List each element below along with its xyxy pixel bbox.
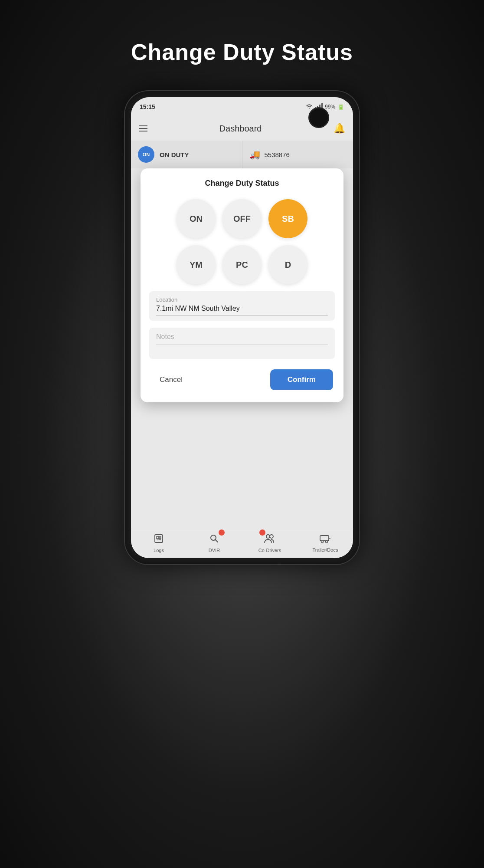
nav-item-trailer-docs[interactable]: Trailer/Docs xyxy=(298,534,353,552)
logs-label: Logs xyxy=(154,548,164,553)
truck-icon: 🚚 xyxy=(249,149,260,160)
trailer-icon xyxy=(319,534,331,546)
status-strip: ON ON DUTY 🚚 5538876 xyxy=(131,141,353,168)
nav-item-codrivers[interactable]: Co-Drivers xyxy=(242,533,298,553)
truck-id-area: 🚚 5538876 xyxy=(242,141,353,168)
battery-icon: 🔋 xyxy=(337,104,344,110)
notes-placeholder[interactable]: Notes xyxy=(156,333,328,345)
sleeper-berth-button[interactable]: SB xyxy=(268,199,307,238)
status-buttons-row1: ON OFF SB xyxy=(149,199,335,238)
driving-button[interactable]: D xyxy=(268,245,307,284)
codrivers-label: Co-Drivers xyxy=(258,548,281,553)
location-label: Location xyxy=(156,296,328,303)
nav-title: Dashboard xyxy=(219,124,262,134)
notification-bell-icon[interactable]: 🔔 xyxy=(334,123,345,134)
dvir-label: DVIR xyxy=(209,548,220,553)
on-duty-button[interactable]: ON xyxy=(177,199,216,238)
codrivers-notification-dot xyxy=(259,529,265,536)
confirm-button[interactable]: Confirm xyxy=(270,369,333,390)
page-heading: Change Duty Status xyxy=(131,39,353,65)
status-time: 15:15 xyxy=(140,103,155,110)
svg-line-6 xyxy=(216,540,218,542)
svg-point-11 xyxy=(326,541,328,543)
nav-item-dvir[interactable]: DVIR xyxy=(186,533,242,553)
location-value: 7.1mi NW NM South Valley xyxy=(156,305,328,316)
hamburger-menu-icon[interactable] xyxy=(139,125,147,132)
change-duty-dialog: Change Duty Status ON OFF SB YM xyxy=(141,168,343,402)
camera-hole xyxy=(310,108,328,127)
trailer-docs-label: Trailer/Docs xyxy=(313,547,338,552)
svg-point-10 xyxy=(321,541,324,543)
personal-conveyance-button[interactable]: PC xyxy=(222,245,262,284)
phone-screen: 15:15 99% xyxy=(131,97,353,558)
codrivers-icon xyxy=(264,533,275,546)
truck-id-value: 5538876 xyxy=(265,151,290,158)
svg-rect-3 xyxy=(159,538,161,539)
driver-avatar: ON xyxy=(138,146,154,163)
dialog-title: Change Duty Status xyxy=(149,179,335,188)
logs-icon xyxy=(154,533,164,546)
wifi-icon xyxy=(306,104,313,110)
duty-status-area: ON ON DUTY xyxy=(131,141,242,168)
battery-text: 99% xyxy=(325,104,335,110)
dvir-notification-dot xyxy=(219,529,225,536)
svg-point-7 xyxy=(266,535,270,538)
duty-status-label: ON DUTY xyxy=(160,151,189,158)
phone-shell: 15:15 99% xyxy=(125,91,359,564)
location-field-group: Location 7.1mi NW NM South Valley xyxy=(149,291,335,321)
svg-rect-2 xyxy=(159,536,161,537)
svg-rect-9 xyxy=(320,536,329,541)
svg-rect-1 xyxy=(157,536,159,539)
notification-dots xyxy=(219,529,265,536)
notes-field-group[interactable]: Notes xyxy=(149,328,335,359)
svg-point-8 xyxy=(270,535,273,538)
off-duty-button[interactable]: OFF xyxy=(222,199,262,238)
dialog-action-buttons: Cancel Confirm xyxy=(149,369,335,390)
nav-item-logs[interactable]: Logs xyxy=(131,533,186,553)
status-icons: 99% 🔋 xyxy=(306,103,344,110)
status-buttons-row2: YM PC D xyxy=(149,245,335,284)
yard-move-button[interactable]: YM xyxy=(177,245,216,284)
cancel-button[interactable]: Cancel xyxy=(151,371,191,388)
dvir-search-icon xyxy=(209,533,219,546)
